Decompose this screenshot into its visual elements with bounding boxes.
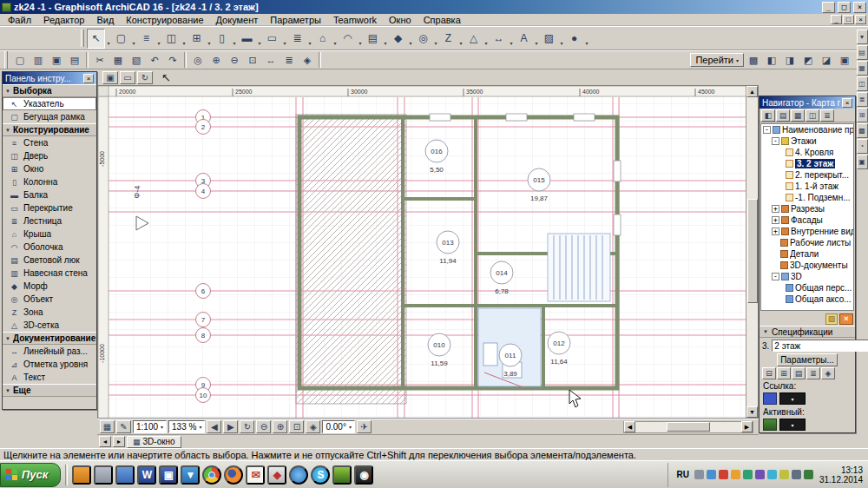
fill-tool-icon[interactable]: ▨ [540, 29, 558, 49]
zoom-out-quick-icon[interactable]: ⊖ [256, 420, 271, 433]
close-button[interactable]: × [853, 2, 866, 13]
toolbox-item-shell[interactable]: ◠Оболочка [3, 241, 96, 254]
mesh-tool-icon[interactable]: △ [464, 29, 483, 49]
scroll-right-icon[interactable]: ▶ [741, 421, 753, 432]
zoom-in-quick-icon[interactable]: ⊕ [273, 420, 287, 433]
scroll-up-icon[interactable]: ▲ [746, 86, 758, 97]
stair-tool-dropdown-icon[interactable]: ▾ [306, 29, 313, 49]
tray-sync-icon[interactable] [743, 470, 753, 479]
dock-panel-4-icon[interactable]: ≣ [857, 92, 868, 107]
open-file-icon[interactable]: ▥ [30, 52, 47, 68]
tree-item-3d[interactable]: -3D [761, 271, 853, 282]
scroll-down-icon[interactable]: ▼ [746, 406, 758, 418]
tree-item-perspective[interactable]: Общая перс... [761, 282, 853, 293]
floor-plan-svg[interactable]: 0165,50 01519,87 01311,94 0146,78 01011,… [98, 86, 747, 419]
column-tool-dropdown-icon[interactable]: ▾ [231, 29, 238, 49]
toolbox-item-morph[interactable]: ◆Морф [3, 280, 96, 293]
tray-display-icon[interactable] [792, 470, 801, 479]
doc-close-button[interactable]: × [855, 15, 866, 24]
tree-item-interior-views[interactable]: +Внутренние вид... [761, 226, 853, 237]
toolbox-item-wall[interactable]: ≡Стена [3, 136, 96, 149]
back-view-icon[interactable]: ◀ [207, 420, 221, 433]
archicad-icon[interactable] [332, 465, 352, 485]
plan-canvas-area[interactable]: 0165,50 01519,87 01311,94 0146,78 01011,… [97, 85, 759, 419]
properties-icon[interactable]: ◈ [821, 367, 835, 379]
menu-edit[interactable]: Редактор [37, 14, 90, 26]
tree-item-project-name[interactable]: -Наименование прое... [761, 124, 853, 135]
morph-tool-dropdown-icon[interactable]: ▾ [407, 29, 414, 49]
view-map-icon[interactable]: ▤ [776, 109, 790, 122]
scroll-left-icon[interactable]: ◀ [624, 421, 635, 432]
object-tool-dropdown-icon[interactable]: ▾ [432, 29, 439, 49]
tray-antivirus-icon[interactable] [719, 470, 728, 479]
doc-minimize-button[interactable]: _ [831, 15, 842, 24]
fly-mode-icon[interactable]: ✈ [357, 420, 372, 433]
tray-network-icon[interactable] [707, 470, 716, 479]
copy-icon[interactable]: ▦ [109, 52, 127, 68]
toolbox-item-mesh[interactable]: △3D-сетка [3, 319, 96, 332]
pane-help-icon[interactable]: ▨ [825, 313, 838, 325]
fill-tool-dropdown-icon[interactable]: ▾ [558, 29, 565, 49]
redo-icon[interactable]: ↷ [164, 52, 181, 68]
toolbox-item-level[interactable]: ⊿Отметка уровня [3, 358, 96, 371]
dock-panel-8-icon[interactable]: ▣ [857, 155, 868, 169]
camera-tool-dropdown-icon[interactable]: ▾ [583, 29, 590, 49]
arrow-tool-icon[interactable]: ↖ [87, 29, 105, 49]
dock-panel-7-icon[interactable]: ◔ [857, 139, 868, 154]
dock-panel-3-icon[interactable]: ◫ [857, 76, 868, 91]
tree-item-axonometry[interactable]: Общая аксо... [761, 293, 853, 305]
reference-color-swatch[interactable] [763, 392, 777, 405]
tab-3d-window[interactable]: ▦ 3D-окно [127, 436, 181, 448]
vertical-scroll-thumb[interactable] [747, 199, 758, 303]
tree-item-worksheets[interactable]: Рабочие листы [761, 237, 853, 248]
zoom-out-icon[interactable]: ⊖ [226, 52, 243, 68]
cut-icon[interactable]: ✂ [91, 52, 108, 68]
toolbox-item-text[interactable]: AТекст [3, 371, 96, 384]
menu-window[interactable]: Окно [383, 14, 418, 26]
horizontal-scrollbar[interactable]: ◀ ▶ [623, 421, 753, 433]
arrow-tool-dropdown-icon[interactable]: ▾ [105, 29, 112, 49]
door-tool-dropdown-icon[interactable]: ▾ [181, 29, 187, 49]
toolbox-item-slab[interactable]: ▭Перекрытие [3, 201, 96, 214]
grid-snap-icon[interactable]: ▦ [100, 420, 115, 433]
dock-panel-2-icon[interactable]: ▦ [857, 61, 868, 76]
tree-toggle-icon[interactable]: + [772, 205, 779, 213]
language-indicator[interactable]: RU [674, 469, 691, 480]
story-name-field[interactable] [772, 340, 868, 352]
new-file-icon[interactable]: ▢ [11, 52, 29, 68]
chrome-icon[interactable] [202, 465, 221, 485]
dock-panel-6-icon[interactable]: ▩ [857, 123, 868, 138]
toolbox-section-more[interactable]: ▼Еще [3, 384, 96, 397]
tree-item-basement[interactable]: -1. Подземн... [761, 192, 853, 203]
skylight-tool-icon[interactable]: ▤ [364, 29, 382, 49]
stair-tool-icon[interactable]: ≣ [288, 29, 306, 49]
toolbox-close-icon[interactable]: × [83, 74, 94, 83]
calculator-icon[interactable] [94, 465, 113, 485]
camera-tool-icon[interactable]: ● [565, 29, 583, 49]
tray-cloud-icon[interactable] [767, 470, 777, 479]
roof-tool-icon[interactable]: ⌂ [313, 29, 332, 49]
refresh-view-icon[interactable]: ↻ [240, 420, 254, 433]
menu-teamwork[interactable]: Teamwork [327, 14, 383, 26]
pane-layout-icon[interactable]: ▭ [120, 71, 135, 84]
menu-file[interactable]: Файл [2, 14, 37, 26]
print-icon[interactable]: ▤ [66, 52, 83, 68]
mail-icon[interactable]: ✉ [246, 465, 265, 485]
layout-book-icon[interactable]: ▦ [791, 109, 805, 122]
undo-icon[interactable]: ↶ [146, 52, 163, 68]
navigator-close-icon[interactable]: × [842, 98, 852, 108]
tree-toggle-icon[interactable]: - [763, 126, 771, 134]
nero-icon[interactable]: ◆ [267, 465, 286, 485]
pen-set-icon[interactable]: ✎ [116, 420, 131, 433]
collapse-all-icon[interactable]: ⊟ [762, 367, 776, 379]
active-color-swatch[interactable] [763, 419, 777, 431]
pan-icon[interactable]: ↔ [262, 52, 279, 68]
horizontal-scroll-thumb[interactable] [667, 422, 710, 432]
dock-panel-1-icon[interactable]: ▤ [857, 45, 868, 60]
goto-dropdown[interactable]: Перейти ▾ [690, 53, 744, 67]
zone-tool-dropdown-icon[interactable]: ▾ [457, 29, 464, 49]
fit-in-window-icon[interactable]: ⊡ [244, 52, 261, 68]
pane-option-icon[interactable]: ▣ [102, 71, 118, 84]
my-computer-icon[interactable] [115, 465, 135, 485]
view-settings-icon[interactable]: ▤ [792, 367, 806, 379]
